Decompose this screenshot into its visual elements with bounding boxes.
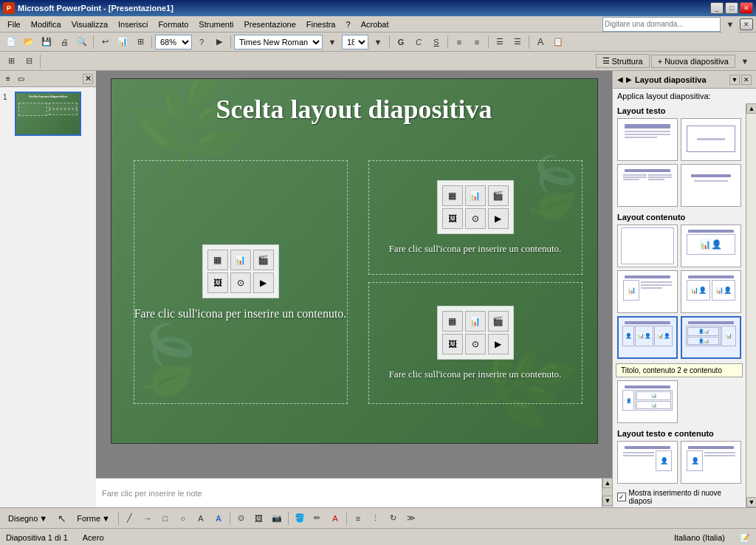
layout-item-8[interactable]: 📊👤 📊👤 [681, 270, 741, 313]
clipart-tool[interactable]: 🖼 [251, 510, 267, 527]
fontsize-increase[interactable]: A [532, 34, 549, 50]
image-tool[interactable]: 📷 [269, 510, 285, 527]
layout-item-4[interactable] [681, 164, 741, 207]
layout-item-tc1[interactable]: 👤 [617, 441, 678, 484]
notes-area[interactable]: Fare clic per inserire le note [96, 478, 602, 507]
ellipse-tool[interactable]: ○ [175, 510, 191, 527]
icon-picture-rt[interactable]: 🖼 [442, 208, 463, 229]
layout-item-11[interactable]: 👤 📊 📊 [617, 380, 678, 423]
align-left-button[interactable]: ≡ [451, 34, 467, 50]
align-center-button[interactable]: ≡ [469, 34, 485, 50]
open-button[interactable]: 📂 [21, 34, 37, 50]
content-icons-right-bottom[interactable]: ▦ 📊 🎬 🖼 ⊙ ▶ [437, 306, 514, 360]
icon-chart-rb[interactable]: 📊 [465, 311, 486, 332]
minimize-button[interactable]: _ [710, 2, 724, 14]
rp-close[interactable]: ✕ [741, 75, 752, 85]
arrow-tool[interactable]: → [140, 510, 156, 527]
maximize-button[interactable]: □ [725, 2, 738, 14]
icon-diagram[interactable]: ⊙ [230, 272, 251, 293]
menu-modifica[interactable]: Modifica [27, 18, 66, 30]
search-button[interactable]: ▼ [722, 16, 738, 32]
icon-table-rb[interactable]: ▦ [442, 311, 463, 332]
diagram-tool[interactable]: ⊙ [233, 510, 250, 527]
icon-clip[interactable]: 🎬 [253, 250, 274, 270]
bold-button[interactable]: G [393, 34, 409, 50]
menu-inserisci[interactable]: Inserisci [114, 18, 152, 30]
slide-thumb-1[interactable]: 1 Scelta layout diapositiva [3, 92, 93, 136]
icon-table[interactable]: ▦ [207, 250, 228, 270]
icon-chart[interactable]: 📊 [230, 250, 251, 270]
notes-scroll-up[interactable]: ▲ [602, 478, 613, 488]
toolbar2-options[interactable]: ▼ [737, 53, 753, 69]
new-button[interactable]: 📄 [3, 34, 19, 50]
save-button[interactable]: 💾 [38, 34, 55, 50]
font-size-select[interactable]: 18 [342, 35, 368, 49]
icon-clip-rt[interactable]: 🎬 [488, 185, 509, 206]
help-button[interactable]: ? [193, 34, 210, 50]
ask-question-input[interactable] [602, 17, 721, 32]
icon-clip-rb[interactable]: 🎬 [488, 311, 509, 332]
layout-item-10[interactable]: 👤📊 👤📊 📊 [681, 316, 741, 359]
layout-item-1[interactable] [617, 118, 678, 161]
slide-title[interactable]: Scelta layout diapositiva [111, 94, 597, 125]
preview-button[interactable]: 🔍 [74, 34, 90, 50]
slide-thumbnail-img[interactable]: Scelta layout diapositiva [15, 92, 81, 136]
icon-picture[interactable]: 🖼 [207, 272, 228, 293]
show-insert-checkbox[interactable]: ✓ [617, 493, 626, 501]
fill-color-tool[interactable]: 🪣 [292, 510, 308, 527]
menu-file[interactable]: File [3, 18, 25, 30]
rotate-tool[interactable]: ↻ [385, 510, 402, 527]
font-select[interactable]: Times New Roman [234, 35, 323, 49]
menu-visualizza[interactable]: Visualizza [67, 18, 112, 30]
notes-scrollbar[interactable]: ▲ ▼ [602, 478, 612, 507]
textbox-tool[interactable]: A [193, 510, 209, 527]
insert-table-button[interactable]: ⊞ [132, 34, 148, 50]
align-draw-tool[interactable]: ≡ [350, 510, 366, 527]
content-icons-right-top[interactable]: ▦ 📊 🎬 🖼 ⊙ ▶ [437, 180, 514, 234]
icon-picture-rb[interactable]: 🖼 [442, 334, 463, 354]
slides-tab[interactable]: ▭ [15, 73, 27, 84]
line-color-tool[interactable]: ✏ [309, 510, 326, 527]
content-icons-left[interactable]: ▦ 📊 🎬 🖼 ⊙ ▶ [202, 244, 279, 298]
layout-item-tc2[interactable]: 👤 [681, 441, 741, 484]
layout-scroll-up[interactable]: ▲ [746, 103, 756, 114]
icon-diagram-rt[interactable]: ⊙ [465, 208, 486, 229]
icon-media-rt[interactable]: ▶ [488, 208, 509, 229]
left-panel-close[interactable]: ✕ [83, 74, 93, 84]
menu-finestra[interactable]: Finestra [302, 18, 340, 30]
font-color-tool[interactable]: A [327, 510, 343, 527]
forme-button[interactable]: Forme ▼ [72, 512, 115, 525]
content-area-right-bottom[interactable]: ▦ 📊 🎬 🖼 ⊙ ▶ Fare clic sull'icona per ins… [368, 282, 583, 404]
list2-button[interactable]: ☰ [509, 34, 526, 50]
font-dropdown-button[interactable]: ▼ [324, 34, 340, 50]
insert-chart-button[interactable]: 📊 [114, 34, 131, 50]
icon-media-rb[interactable]: ▶ [488, 334, 509, 354]
underline-button[interactable]: S [428, 34, 444, 50]
content-area-left[interactable]: ▦ 📊 🎬 🖼 ⊙ ▶ Fare clic sull'icona per ins… [134, 160, 348, 404]
outline-tab[interactable]: ≡ [3, 73, 13, 84]
layout-item-2[interactable] [681, 118, 741, 161]
layout-scrollable[interactable]: ▲ ▼ Layout testo [613, 103, 756, 507]
wizard-button[interactable]: ▶ [211, 34, 227, 50]
layout-item-7[interactable]: 📊 [617, 270, 678, 313]
italic-button[interactable]: C [410, 34, 427, 50]
list-button[interactable]: ☰ [492, 34, 508, 50]
nuova-diapositiva-button[interactable]: + Nuova diapositiva [651, 55, 735, 68]
distribute-tool[interactable]: ⋮ [368, 510, 384, 527]
slide-canvas[interactable]: 🌿 🌿 🍃 🍃 Scelta layout diapositiva ▦ 📊 🎬 … [111, 78, 598, 444]
panel-close-x[interactable]: ✕ [740, 18, 753, 30]
notes-scroll-down[interactable]: ▼ [602, 496, 613, 506]
right-panel-nav-back[interactable]: ◀ [617, 75, 623, 83]
select-tool[interactable]: ↖ [54, 510, 70, 527]
disegno-button[interactable]: Disegno ▼ [3, 512, 52, 525]
layout-item-6[interactable]: 📊👤 [681, 224, 741, 267]
layout-item-3[interactable] [617, 164, 678, 207]
icon-table-rt[interactable]: ▦ [442, 185, 463, 206]
icon-media[interactable]: ▶ [253, 272, 274, 293]
line-tool[interactable]: ╱ [122, 510, 138, 527]
menu-formato[interactable]: Formato [154, 18, 193, 30]
common-tasks-button[interactable]: 📋 [550, 34, 566, 50]
layout-item-5[interactable] [617, 224, 678, 267]
undo-button[interactable]: ↩ [97, 34, 113, 50]
menu-strumenti[interactable]: Strumenti [194, 18, 238, 30]
